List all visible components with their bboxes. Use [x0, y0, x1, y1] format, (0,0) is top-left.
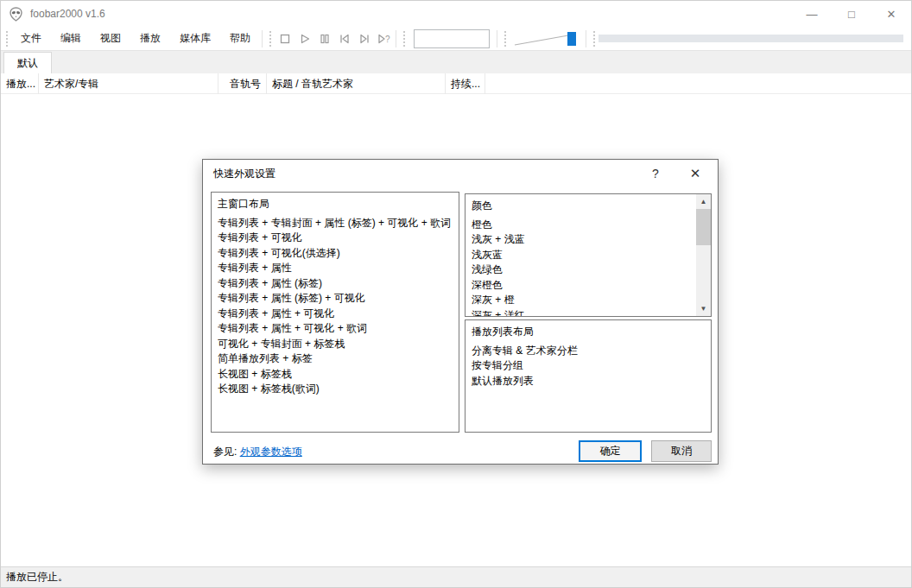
svg-text:?: ?: [385, 35, 390, 44]
dialog-title: 快速外观设置: [213, 167, 276, 181]
random-button[interactable]: ?: [374, 28, 394, 48]
tab-default[interactable]: 默认: [3, 52, 52, 74]
ok-button[interactable]: 确定: [579, 440, 642, 462]
volume-grip[interactable]: [504, 31, 507, 47]
stop-icon: [279, 33, 291, 45]
menu-playback[interactable]: 播放: [130, 27, 170, 50]
menu-library[interactable]: 媒体库: [170, 27, 220, 50]
dialog-title-bar: 快速外观设置 ? ✕: [203, 160, 718, 187]
close-button[interactable]: ✕: [871, 1, 911, 27]
menu-help[interactable]: 帮助: [220, 27, 260, 50]
toolbar: 文件 编辑 视图 播放 媒体库 帮助 ?: [1, 27, 911, 50]
toolbar-separator: [586, 30, 586, 47]
seekbar[interactable]: [598, 35, 903, 42]
quick-appearance-dialog: 快速外观设置 ? ✕ 主窗口布局 专辑列表 + 专辑封面 + 属性 (标签) +…: [202, 159, 719, 465]
list-item[interactable]: 浅灰蓝: [466, 248, 711, 263]
scrollbar[interactable]: ▲ ▼: [696, 194, 711, 316]
order-combobox[interactable]: [414, 29, 490, 48]
list-item[interactable]: 默认播放列表: [466, 374, 711, 389]
list-item[interactable]: 深灰 + 橙: [466, 293, 711, 308]
playback-grip[interactable]: [269, 31, 272, 47]
column-track-number[interactable]: 音轨号: [218, 73, 267, 94]
seekbar-group: [598, 35, 903, 42]
previous-track-icon: [339, 33, 351, 45]
volume-handle[interactable]: [567, 32, 576, 46]
column-artist-album[interactable]: 艺术家/专辑: [39, 73, 218, 94]
list-item[interactable]: 浅灰 + 浅蓝: [466, 232, 711, 248]
scroll-up-icon[interactable]: ▲: [696, 194, 711, 209]
list-item[interactable]: 长视图 + 标签栈: [212, 367, 459, 383]
toolbar-separator: [396, 30, 396, 47]
menu-view[interactable]: 视图: [91, 27, 130, 50]
scrollbar-thumb[interactable]: [696, 209, 711, 245]
list-item[interactable]: 深橙色: [466, 278, 711, 294]
app-window: foobar2000 v1.6 — □ ✕ 文件 编辑 视图 播放 媒体库 帮助: [0, 0, 912, 588]
see-also-label: 参见:: [213, 446, 237, 458]
list-item[interactable]: 专辑列表 + 专辑封面 + 属性 (标签) + 可视化 + 歌词: [212, 216, 459, 231]
volume-slider[interactable]: [513, 29, 580, 48]
toolbar-separator: [262, 30, 263, 47]
list-item[interactable]: 专辑列表 + 可视化: [212, 231, 459, 246]
pause-icon: [319, 33, 331, 45]
scroll-down-icon[interactable]: ▼: [696, 301, 711, 316]
play-icon: [299, 33, 311, 45]
next-track-button[interactable]: [354, 28, 374, 48]
toolbar-separator: [497, 30, 497, 47]
list-item[interactable]: 简单播放列表 + 标签: [212, 351, 459, 367]
list-group-header: 主窗口布局: [212, 197, 459, 212]
foobar2000-logo-icon: [9, 7, 23, 22]
title-bar: foobar2000 v1.6 — □ ✕: [1, 1, 911, 27]
see-also-line: 参见: 外观参数选项: [213, 445, 302, 459]
dialog-close-button[interactable]: ✕: [678, 160, 712, 187]
menu-edit[interactable]: 编辑: [51, 27, 91, 50]
previous-track-button[interactable]: [334, 28, 354, 48]
menu-grip[interactable]: [6, 31, 9, 47]
list-item[interactable]: 专辑列表 + 属性 (标签): [212, 276, 459, 292]
window-controls: — □ ✕: [792, 1, 911, 27]
minimize-button[interactable]: —: [792, 1, 832, 27]
window-title: foobar2000 v1.6: [30, 8, 105, 20]
search-grip[interactable]: [403, 31, 406, 47]
playlist-layout-listbox[interactable]: 播放列表布局 分离专辑 & 艺术家分栏 按专辑分组 默认播放列表: [465, 319, 712, 433]
column-duration[interactable]: 持续...: [446, 73, 485, 94]
maximize-button[interactable]: □: [832, 1, 871, 27]
list-item[interactable]: 专辑列表 + 可视化(供选择): [212, 246, 459, 262]
stop-button[interactable]: [275, 28, 294, 48]
menu-file[interactable]: 文件: [11, 27, 51, 50]
list-item[interactable]: 专辑列表 + 属性 (标签) + 可视化: [212, 291, 459, 307]
random-icon: ?: [377, 33, 391, 45]
list-item[interactable]: 专辑列表 + 属性 + 可视化: [212, 307, 459, 322]
list-item[interactable]: 浅绿色: [466, 262, 711, 278]
cancel-button[interactable]: 取消: [651, 440, 712, 462]
main-layout-listbox[interactable]: 主窗口布局 专辑列表 + 专辑封面 + 属性 (标签) + 可视化 + 歌词 专…: [211, 192, 459, 433]
list-item[interactable]: 专辑列表 + 属性 + 可视化 + 歌词: [212, 321, 459, 337]
list-item[interactable]: 橙色: [466, 218, 711, 233]
list-item[interactable]: 按专辑分组: [466, 358, 711, 374]
status-bar: 播放已停止。: [1, 566, 911, 587]
list-item[interactable]: 可视化 + 专辑封面 + 标签栈: [212, 337, 459, 352]
seekbar-grip[interactable]: [593, 31, 596, 47]
list-item[interactable]: 长视图 + 标签栈(歌词): [212, 382, 459, 397]
next-track-icon: [358, 33, 370, 45]
column-playing[interactable]: 播放...: [1, 73, 39, 94]
colors-listbox[interactable]: 颜色 橙色 浅灰 + 浅蓝 浅灰蓝 浅绿色 深橙色 深灰 + 橙 深灰 + 洋红…: [465, 193, 712, 317]
list-item[interactable]: 深灰 + 洋红: [466, 308, 711, 318]
playlist-column-header: 播放... 艺术家/专辑 音轨号 标题 / 音轨艺术家 持续...: [1, 73, 911, 94]
list-group-header: 颜色: [466, 199, 711, 214]
dialog-help-button[interactable]: ?: [638, 160, 673, 187]
pause-button[interactable]: [314, 28, 334, 48]
list-group-header: 播放列表布局: [466, 325, 711, 340]
playlist-tab-strip: 默认: [1, 50, 911, 73]
play-button[interactable]: [294, 28, 314, 48]
list-item[interactable]: 分离专辑 & 艺术家分栏: [466, 344, 711, 359]
appearance-preferences-link[interactable]: 外观参数选项: [240, 446, 302, 458]
column-title-track-artist[interactable]: 标题 / 音轨艺术家: [267, 73, 446, 94]
list-item[interactable]: 专辑列表 + 属性: [212, 261, 459, 276]
